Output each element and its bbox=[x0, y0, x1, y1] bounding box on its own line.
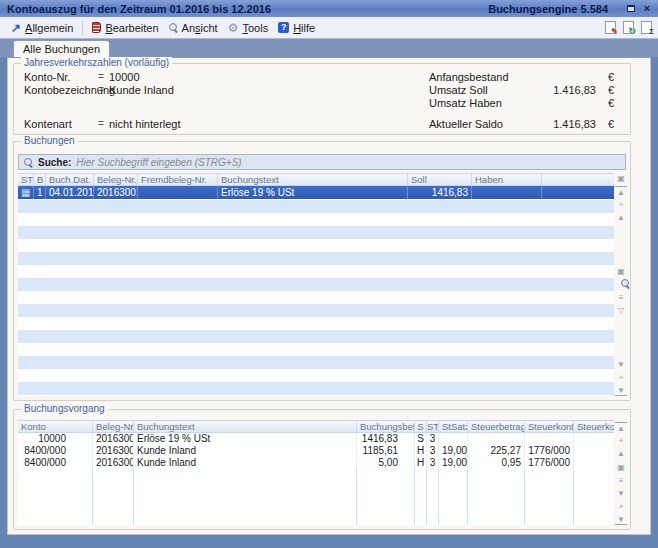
insert-row-icon[interactable]: + bbox=[615, 199, 627, 210]
column-header-soll[interactable]: Soll bbox=[408, 174, 472, 185]
scroll-top-icon[interactable]: ▲ bbox=[615, 186, 627, 197]
content-panel: Jahresverkehrszahlen (vorläufig) Konto-N… bbox=[7, 57, 651, 535]
menu-ansicht[interactable]: Ansicht bbox=[164, 20, 223, 36]
list-view-icon[interactable]: ≡ bbox=[615, 475, 627, 486]
menu-allgemein[interactable]: ↗ Allgemein bbox=[6, 19, 78, 37]
column-header-konto[interactable]: Konto bbox=[18, 421, 93, 432]
column-header-buchdat[interactable]: Buch.Dat. bbox=[46, 174, 94, 185]
groupbox-buchungsvorgang: Buchungsvorgang Konto Beleg-Nr. Buchungs… bbox=[13, 409, 631, 530]
column-header-belegnr[interactable]: Beleg-Nr. bbox=[94, 174, 138, 185]
append-row-icon[interactable]: + bbox=[615, 372, 627, 383]
cell-buchungsbetrag: 5,00 bbox=[357, 457, 415, 469]
column-header-belegnr[interactable]: Beleg-Nr. bbox=[93, 421, 134, 432]
view-magnifier-icon bbox=[169, 23, 178, 32]
buchungsvorgang-header-row: Konto Beleg-Nr. Buchungstext Buchungsbet… bbox=[18, 420, 614, 433]
search-row-icon[interactable] bbox=[615, 279, 627, 290]
groupbox-title: Buchungsvorgang bbox=[21, 403, 108, 415]
currency-symbol: € bbox=[608, 97, 614, 109]
menu-tools-label: Tools bbox=[242, 22, 268, 34]
grid-view-icon[interactable]: ▣ bbox=[615, 266, 627, 277]
cell-buchdat: 04.01.2016 bbox=[46, 186, 94, 199]
column-header-haben[interactable]: Haben bbox=[472, 174, 542, 185]
application-window: Kontoauszug für den Zeitraum 01.2016 bis… bbox=[0, 0, 658, 548]
cell-belegnr: 20163001 bbox=[93, 445, 134, 457]
sum-icon: Σ bbox=[649, 28, 654, 36]
column-header-buchungstext[interactable]: Buchungstext bbox=[134, 421, 357, 432]
search-input[interactable]: Hier Suchbegriff eingeben (STRG+S) bbox=[76, 157, 241, 168]
scroll-down-icon[interactable]: ▼ bbox=[615, 488, 627, 499]
edit-book-icon bbox=[92, 22, 101, 33]
title-bar: Kontoauszug für den Zeitraum 01.2016 bis… bbox=[0, 0, 658, 17]
scroll-up-icon[interactable]: ▲ bbox=[615, 212, 627, 223]
field-value: Kunde Inland bbox=[109, 84, 174, 96]
table-row[interactable]: 10000 20163001 Erlöse 19 % USt 1416,83 S… bbox=[18, 433, 614, 445]
column-header-buchungsbetrag[interactable]: Buchungsbetrag bbox=[357, 421, 415, 432]
currency-symbol: € bbox=[608, 118, 614, 130]
cell-s: S bbox=[415, 433, 427, 445]
summary-label: Umsatz Soll bbox=[429, 84, 488, 96]
column-header-b[interactable]: B bbox=[34, 174, 46, 185]
scroll-bottom-icon[interactable]: ▼ bbox=[615, 385, 627, 396]
table-row[interactable]: 8400/000 20163001 Kunde Inland 5,00 H 3 … bbox=[18, 457, 614, 469]
column-header-st[interactable]: ST bbox=[18, 174, 34, 185]
search-bar[interactable]: Suche: Hier Suchbegriff eingeben (STRG+S… bbox=[18, 154, 626, 170]
buchungen-nav-strip: ▣ ▲ + ▲ ▣ ≡ ▽ ▼ + ▼ bbox=[614, 173, 628, 396]
column-header-s[interactable]: S bbox=[415, 421, 427, 432]
equals-sign: = bbox=[98, 118, 104, 130]
append-row-icon[interactable]: + bbox=[615, 501, 627, 512]
groupbox-title: Jahresverkehrszahlen (vorläufig) bbox=[21, 57, 172, 69]
cell-steuerkonto2 bbox=[574, 457, 614, 469]
insert-row-icon[interactable]: + bbox=[615, 435, 627, 446]
gear-icon: ⚙ bbox=[228, 22, 239, 34]
main-toolbar: ↗ Allgemein Bearbeiten Ansicht ⚙ Tools ?… bbox=[0, 17, 658, 39]
equals-sign: = bbox=[98, 71, 104, 83]
toolbar-separator bbox=[82, 20, 83, 36]
column-header-steuerkonto1[interactable]: Steuerkonto 1 bbox=[525, 421, 574, 432]
cell-steuerbetrag: 225,27 bbox=[468, 445, 525, 457]
scroll-down-icon[interactable]: ▼ bbox=[615, 359, 627, 370]
column-header-steuerbetrag[interactable]: Steuerbetrag bbox=[468, 421, 525, 432]
report-icon: ✎ bbox=[611, 28, 618, 36]
refresh-document-button[interactable]: ↻ bbox=[623, 21, 634, 34]
menu-bearbeiten[interactable]: Bearbeiten bbox=[87, 20, 163, 36]
currency-symbol: € bbox=[608, 84, 614, 96]
cell-konto: 8400/000 bbox=[18, 445, 93, 457]
scroll-up-icon[interactable]: ▲ bbox=[615, 448, 627, 459]
summary-label: Umsatz Haben bbox=[429, 97, 502, 109]
close-button[interactable]: × bbox=[640, 2, 654, 15]
table-row[interactable]: 8400/000 20163001 Kunde Inland 1185,61 H… bbox=[18, 445, 614, 457]
field-value: 10000 bbox=[109, 71, 140, 83]
tab-alle-buchungen[interactable]: Alle Buchungen bbox=[13, 40, 110, 57]
scroll-bottom-icon[interactable]: ▼ bbox=[615, 514, 627, 525]
report-document-button[interactable]: ✎ bbox=[605, 21, 616, 34]
menu-hilfe-label: Hilfe bbox=[293, 22, 315, 34]
cell-steuerkonto1: 1776/000 bbox=[525, 457, 574, 469]
summary-umsatz-soll: Umsatz Soll 1.416,83 € bbox=[429, 84, 618, 96]
column-header-fremdbelegnr[interactable]: Fremdbeleg-Nr. bbox=[138, 174, 218, 185]
restore-button[interactable] bbox=[624, 2, 638, 15]
cell-fremdbelegnr bbox=[138, 186, 218, 199]
groupbox-title: Buchungen bbox=[21, 135, 78, 147]
cell-b: 1 bbox=[34, 186, 46, 199]
groupbox-jahresverkehrszahlen: Jahresverkehrszahlen (vorläufig) Konto-N… bbox=[13, 63, 631, 135]
menu-tools[interactable]: ⚙ Tools bbox=[223, 20, 273, 36]
table-row-selected[interactable]: ▦ 1 04.01.2016 20163001 Erlöse 19 % USt … bbox=[18, 186, 614, 199]
list-view-icon[interactable]: ≡ bbox=[615, 292, 627, 303]
buchungen-header-row: ST B Buch.Dat. Beleg-Nr. Fremdbeleg-Nr. … bbox=[18, 173, 614, 186]
cell-buchungstext: Erlöse 19 % USt bbox=[218, 186, 408, 199]
cell-st: 3 bbox=[427, 445, 439, 457]
grid-view-icon[interactable]: ▣ bbox=[615, 462, 627, 473]
scroll-top-icon[interactable]: ▲ bbox=[615, 422, 627, 433]
column-header-stsatz[interactable]: StSatz bbox=[439, 421, 468, 432]
cell-soll: 1416,83 bbox=[408, 186, 472, 199]
filter-icon[interactable]: ▽ bbox=[615, 305, 627, 316]
column-header-st[interactable]: ST bbox=[427, 421, 439, 432]
field-label: Konto-Nr. bbox=[24, 71, 70, 83]
cell-buchungsbetrag: 1416,83 bbox=[357, 433, 415, 445]
column-header-steuerkonto2[interactable]: Steuerkonto 2 bbox=[574, 421, 614, 432]
column-header-buchungstext[interactable]: Buchungstext bbox=[218, 174, 408, 185]
menu-hilfe[interactable]: ? Hilfe bbox=[273, 20, 320, 36]
sum-document-button[interactable]: Σ bbox=[641, 21, 652, 34]
column-chooser-icon[interactable]: ▣ bbox=[615, 173, 627, 184]
cell-stsatz: 19,00 bbox=[439, 445, 468, 457]
